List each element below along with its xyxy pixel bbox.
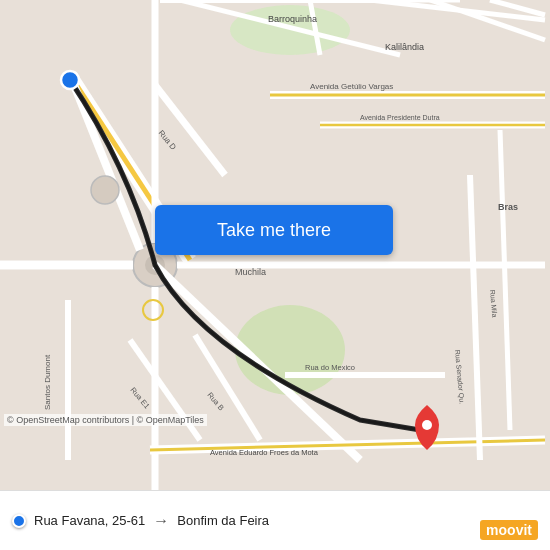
svg-point-2 — [235, 305, 345, 395]
origin-dot — [12, 514, 26, 528]
take-me-there-button[interactable]: Take me there — [155, 205, 393, 255]
moovit-logo: moovit — [480, 520, 538, 540]
destination-label: Bonfim da Feira — [177, 513, 269, 528]
svg-text:Avenida Eduardo Froes da Mota: Avenida Eduardo Froes da Mota — [210, 448, 319, 457]
route-info: Rua Favana, 25-61 → Bonfim da Feira — [12, 512, 269, 530]
svg-text:Santos Dumont: Santos Dumont — [43, 354, 52, 410]
svg-point-30 — [91, 176, 119, 204]
svg-point-32 — [61, 71, 79, 89]
svg-point-34 — [422, 420, 432, 430]
svg-text:Rua do Mexico: Rua do Mexico — [305, 363, 355, 372]
origin-label: Rua Favana, 25-61 — [34, 513, 145, 528]
svg-text:Kalilândia: Kalilândia — [385, 42, 424, 52]
svg-text:Barroquinha: Barroquinha — [268, 14, 317, 24]
moovit-logo-text: moovit — [480, 520, 538, 540]
arrow-icon: → — [153, 512, 169, 530]
map-attribution: © OpenStreetMap contributors | © OpenMap… — [4, 414, 207, 426]
svg-text:Bras: Bras — [498, 202, 518, 212]
map-container: Avenida Getúlio Vargas Avenida President… — [0, 0, 550, 490]
svg-text:Avenida Presidente Dutra: Avenida Presidente Dutra — [360, 114, 440, 121]
svg-text:Avenida Getúlio Vargas: Avenida Getúlio Vargas — [310, 82, 393, 91]
svg-text:Muchila: Muchila — [235, 267, 266, 277]
bottom-bar: Rua Favana, 25-61 → Bonfim da Feira moov… — [0, 490, 550, 550]
